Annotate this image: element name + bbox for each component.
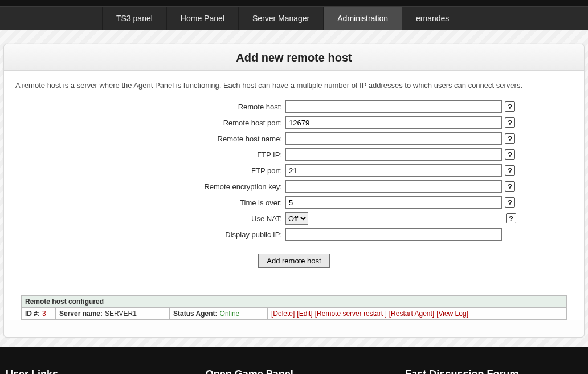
label-use-nat: Use NAT: xyxy=(72,214,285,223)
row-remote-host: Remote host: ? xyxy=(72,100,516,113)
input-remote-host-port[interactable] xyxy=(285,116,502,129)
nav-item-server-manager[interactable]: Server Manager xyxy=(238,7,324,30)
row-remote-host-name: Remote host name: ? xyxy=(72,132,516,145)
label-encryption-key: Remote encryption key: xyxy=(72,182,285,191)
help-icon[interactable]: ? xyxy=(505,181,515,192)
footer: User Links Dashboard Open Game Panel OGP… xyxy=(0,347,588,374)
label-remote-host-port: Remote host port: xyxy=(72,119,285,127)
page-title: Add new remote host xyxy=(4,51,584,64)
nav-item-user[interactable]: ernandes xyxy=(402,7,463,30)
label-timeout: Time is over: xyxy=(72,198,285,207)
main-navigation: TS3 panel Home Panel Server Manager Admi… xyxy=(0,6,588,30)
row-ftp-ip: FTP IP: ? xyxy=(72,148,516,161)
action-restart-server[interactable]: [Remote server restart ] xyxy=(315,310,387,318)
page-panel: Add new remote host A remote host is a s… xyxy=(3,44,585,338)
input-remote-host[interactable] xyxy=(285,100,502,113)
input-timeout[interactable] xyxy=(285,196,502,209)
nav-item-ts3-panel[interactable]: TS3 panel xyxy=(102,7,167,30)
action-view-log[interactable]: [View Log] xyxy=(436,310,468,318)
help-icon[interactable]: ? xyxy=(506,213,516,223)
footer-col-forum: Fast Discussion Forum OGP Discussion For… xyxy=(405,368,582,374)
label-remote-host: Remote host: xyxy=(72,103,285,111)
status-label: Status Agent: xyxy=(173,310,218,318)
input-remote-host-name[interactable] xyxy=(285,132,502,145)
table-row: ID #: 3 Server name: SERVER1 Status Agen… xyxy=(22,308,566,319)
form: Remote host: ? Remote host port: ? Remot… xyxy=(15,100,573,241)
cell-status: Status Agent: Online xyxy=(170,308,268,319)
page-body: A remote host is a server where the Agen… xyxy=(4,71,584,320)
remote-host-table: Remote host configured ID #: 3 Server na… xyxy=(21,295,567,320)
intro-text: A remote host is a server where the Agen… xyxy=(15,81,573,90)
footer-col-user-links: User Links Dashboard xyxy=(6,368,183,374)
input-display-public-ip[interactable] xyxy=(285,228,502,241)
row-use-nat: Use NAT: Off ? xyxy=(72,212,516,225)
action-restart-agent[interactable]: [Restart Agent] xyxy=(389,310,434,318)
table-caption: Remote host configured xyxy=(22,296,566,308)
row-remote-host-port: Remote host port: ? xyxy=(72,116,516,129)
help-icon[interactable]: ? xyxy=(505,101,515,112)
label-display-public-ip: Display public IP: xyxy=(72,230,285,239)
row-ftp-port: FTP port: ? xyxy=(72,164,516,177)
add-remote-host-button[interactable]: Add remote host xyxy=(258,254,329,268)
footer-title-ogp: Open Game Panel xyxy=(206,368,383,374)
id-value: 3 xyxy=(42,310,46,318)
server-name-value: SERVER1 xyxy=(105,310,137,318)
input-ftp-port[interactable] xyxy=(285,164,502,177)
cell-server-name: Server name: SERVER1 xyxy=(56,308,170,319)
status-value: Online xyxy=(220,310,240,318)
top-strip xyxy=(0,0,588,6)
label-ftp-ip: FTP IP: xyxy=(72,151,285,159)
nav-item-administration[interactable]: Administration xyxy=(323,7,402,30)
help-icon[interactable]: ? xyxy=(505,197,515,208)
footer-title-forum: Fast Discussion Forum xyxy=(405,368,582,374)
cell-id: ID #: 3 xyxy=(22,308,56,319)
row-display-public-ip: Display public IP: xyxy=(72,227,516,241)
input-encryption-key[interactable] xyxy=(285,180,502,193)
input-ftp-ip[interactable] xyxy=(285,148,502,161)
label-remote-host-name: Remote host name: xyxy=(72,135,285,143)
action-delete[interactable]: [Delete] xyxy=(271,310,295,318)
row-timeout: Time is over: ? xyxy=(72,196,516,209)
footer-col-ogp: Open Game Panel OGP Website xyxy=(206,368,383,374)
nav-item-home-panel[interactable]: Home Panel xyxy=(166,7,239,30)
help-icon[interactable]: ? xyxy=(505,117,515,128)
cell-actions: [Delete] [Edit] [Remote server restart ]… xyxy=(268,308,566,319)
help-icon[interactable]: ? xyxy=(505,133,515,144)
footer-title-user-links: User Links xyxy=(6,368,183,374)
server-name-label: Server name: xyxy=(59,310,103,318)
label-ftp-port: FTP port: xyxy=(72,166,285,175)
row-encryption-key: Remote encryption key: ? xyxy=(72,180,516,193)
id-label: ID #: xyxy=(25,310,40,318)
help-icon[interactable]: ? xyxy=(505,149,515,160)
page-header: Add new remote host xyxy=(4,44,584,71)
select-use-nat[interactable]: Off xyxy=(285,212,308,225)
action-edit[interactable]: [Edit] xyxy=(297,310,312,318)
help-icon[interactable]: ? xyxy=(505,165,515,176)
